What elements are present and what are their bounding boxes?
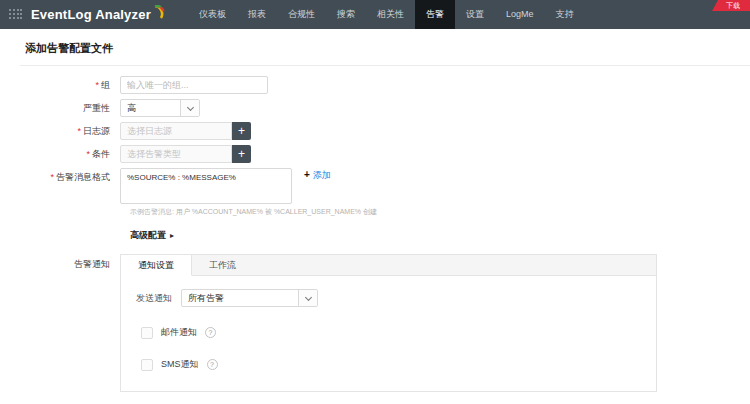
logo-swoosh-icon bbox=[153, 5, 166, 20]
message-format-label: *告警消息格式 bbox=[25, 168, 120, 186]
send-notification-value: 所有告警 bbox=[182, 290, 298, 306]
nav-support[interactable]: 支持 bbox=[544, 0, 584, 29]
help-icon[interactable]: ? bbox=[205, 327, 216, 338]
nav-compliance[interactable]: 合规性 bbox=[277, 0, 326, 29]
nav-search[interactable]: 搜索 bbox=[326, 0, 366, 29]
add-field-link[interactable]: + 添加 bbox=[304, 170, 331, 180]
nav-reports[interactable]: 报表 bbox=[237, 0, 277, 29]
notification-label: 告警通知 bbox=[25, 254, 120, 275]
notification-tabbar: 通知设置 工作流 bbox=[121, 255, 656, 276]
help-icon[interactable]: ? bbox=[207, 359, 218, 370]
add-field-label: 添加 bbox=[313, 170, 331, 180]
sms-notification-row: SMS通知 ? bbox=[141, 358, 656, 371]
nav-correlation[interactable]: 相关性 bbox=[366, 0, 415, 29]
send-notification-label: 发送通知 bbox=[136, 292, 172, 305]
app-logo-text: EventLog Analyzer bbox=[31, 7, 151, 22]
chevron-down-icon bbox=[180, 100, 199, 116]
add-condition-button[interactable]: + bbox=[232, 145, 251, 163]
main-nav: 仪表板 报表 合规性 搜索 相关性 告警 设置 LogMe 支持 bbox=[188, 0, 585, 29]
group-input[interactable] bbox=[120, 76, 268, 94]
add-log-source-button[interactable]: + bbox=[232, 122, 251, 140]
advanced-config-toggle[interactable]: 高级配置 ▸ bbox=[130, 229, 750, 242]
add-alert-form: *组 严重性 高 *日志源 + *条件 + bbox=[25, 76, 750, 404]
apps-grid-icon[interactable] bbox=[9, 9, 23, 20]
condition-label: *条件 bbox=[25, 145, 120, 163]
severity-label: 严重性 bbox=[25, 99, 120, 117]
sms-notification-checkbox[interactable] bbox=[141, 359, 153, 371]
notification-panel-body: 发送通知 所有告警 邮件通知 ? SMS通知 ? bbox=[121, 276, 656, 391]
email-notification-checkbox[interactable] bbox=[141, 327, 153, 339]
send-notification-select[interactable]: 所有告警 bbox=[181, 289, 318, 307]
email-notification-label: 邮件通知 bbox=[161, 326, 197, 339]
log-source-input[interactable] bbox=[120, 122, 232, 140]
required-marker: * bbox=[86, 149, 90, 159]
group-label: *组 bbox=[25, 76, 120, 94]
top-navbar: EventLog Analyzer 仪表板 报表 合规性 搜索 相关性 告警 设… bbox=[0, 0, 750, 29]
title-divider bbox=[20, 65, 750, 66]
condition-input[interactable] bbox=[120, 145, 232, 163]
required-marker: * bbox=[95, 80, 99, 90]
notification-panel: 通知设置 工作流 发送通知 所有告警 邮件通知 ? bbox=[120, 254, 657, 392]
send-notification-row: 发送通知 所有告警 bbox=[136, 289, 656, 307]
log-source-row: *日志源 + bbox=[25, 122, 750, 140]
nav-dashboard[interactable]: 仪表板 bbox=[188, 0, 237, 29]
download-button[interactable]: 下载 bbox=[712, 0, 750, 11]
chevron-down-icon bbox=[298, 290, 317, 306]
severity-select[interactable]: 高 bbox=[120, 99, 200, 117]
severity-row: 严重性 高 bbox=[25, 99, 750, 117]
email-notification-row: 邮件通知 ? bbox=[141, 326, 656, 339]
tab-notification-settings[interactable]: 通知设置 bbox=[121, 255, 192, 276]
arrow-right-icon: ▸ bbox=[170, 231, 174, 240]
severity-value: 高 bbox=[121, 100, 180, 116]
message-format-row: *告警消息格式 %SOURCE% : %MESSAGE% + 添加 bbox=[25, 168, 750, 204]
app-logo[interactable]: EventLog Analyzer bbox=[31, 7, 166, 22]
nav-alerts[interactable]: 告警 bbox=[415, 0, 455, 29]
page-title: 添加告警配置文件 bbox=[25, 41, 750, 56]
advanced-config-label: 高级配置 bbox=[130, 229, 166, 242]
example-hint: 示例告警消息: 用户 %ACCOUNT_NAME% 被 %CALLER_USER… bbox=[130, 207, 750, 217]
notification-section: 告警通知 通知设置 工作流 发送通知 所有告警 bbox=[25, 254, 750, 392]
message-format-textarea[interactable]: %SOURCE% : %MESSAGE% bbox=[120, 168, 292, 204]
sms-notification-label: SMS通知 bbox=[161, 358, 199, 371]
nav-settings[interactable]: 设置 bbox=[455, 0, 495, 29]
plus-icon: + bbox=[304, 170, 310, 180]
log-source-label: *日志源 bbox=[25, 122, 120, 140]
required-marker: * bbox=[50, 172, 54, 182]
required-marker: * bbox=[77, 126, 81, 136]
tab-workflow[interactable]: 工作流 bbox=[192, 255, 253, 275]
group-row: *组 bbox=[25, 76, 750, 94]
nav-logme[interactable]: LogMe bbox=[495, 0, 545, 29]
condition-row: *条件 + bbox=[25, 145, 750, 163]
content-area: 添加告警配置文件 *组 严重性 高 *日志源 + *条件 bbox=[0, 29, 750, 404]
